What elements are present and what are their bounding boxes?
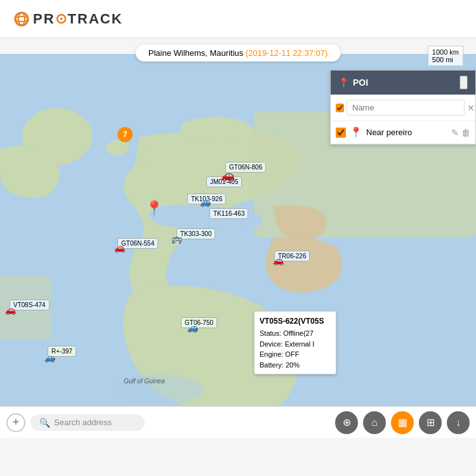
poi-search-checkbox[interactable] xyxy=(336,103,344,113)
svg-point-1 xyxy=(18,13,25,25)
vehicle-label[interactable]: GT06-750 xyxy=(181,317,217,328)
header: PR⊙TRACK xyxy=(0,0,476,38)
poi-clear-button[interactable]: ✕ xyxy=(467,103,475,113)
poi-item-actions: ✎ 🗑 xyxy=(451,128,470,138)
scale-mi: 500 mi xyxy=(432,56,459,63)
svg-point-2 xyxy=(15,17,28,22)
tooltip-title: VT05S-622(VT05S xyxy=(260,315,331,327)
logo-text: PR⊙TRACK xyxy=(33,11,123,27)
location-date: (2019-12-11 22:37:07) xyxy=(246,48,327,58)
location-icon-button[interactable]: ⊕ xyxy=(335,411,358,434)
tooltip-engine: Engine: OFF xyxy=(260,349,331,360)
logo-icon xyxy=(13,10,30,28)
scale-km: 1000 km xyxy=(432,48,459,56)
home-icon-button[interactable]: ⌂ xyxy=(363,411,386,434)
tooltip-battery: Battery: 20% xyxy=(260,360,331,371)
poi-collapse-button[interactable]: − xyxy=(459,76,468,89)
vehicle-icon: 🚙 xyxy=(44,352,55,362)
poi-item-label: Near pereiro xyxy=(366,128,447,137)
tooltip-status: Status: Offline(27 xyxy=(260,328,331,339)
cluster-badge[interactable]: 7 xyxy=(117,127,133,142)
poi-title: POI xyxy=(353,77,368,88)
download-icon-button[interactable]: ↓ xyxy=(447,411,470,434)
gulf-label: Gulf of Guinea xyxy=(124,378,164,385)
bottom-toolbar: + 🔍 Search address ⊕ ⌂ ▦ ⊞ ↓ xyxy=(0,406,476,438)
poi-location-icon: 📍 xyxy=(338,77,349,88)
map-pin[interactable]: 📍 xyxy=(145,200,164,218)
poi-edit-button[interactable]: ✎ xyxy=(451,128,459,138)
location-bar: Plaine Wilhems, Mauritius (2019-12-11 22… xyxy=(136,44,341,62)
poi-header: 📍 POI − xyxy=(331,70,475,95)
logo: PR⊙TRACK xyxy=(13,10,123,28)
poi-item[interactable]: 📍 Near pereiro ✎ 🗑 xyxy=(331,121,475,144)
vehicle-icon: 🚗 xyxy=(114,242,125,253)
poi-search-row: ✕ + xyxy=(331,95,475,121)
vehicle-label[interactable]: TK303-300 xyxy=(176,228,215,239)
search-icon: 🔍 xyxy=(39,418,50,428)
map-container[interactable]: Plaine Wilhems, Mauritius (2019-12-11 22… xyxy=(0,38,476,438)
vehicle-tooltip[interactable]: VT05S-622(VT05S Status: Offline(27 Devic… xyxy=(254,311,336,374)
vehicle-label[interactable]: TK116-463 xyxy=(209,208,248,219)
tooltip-device: Device: External I xyxy=(260,339,331,350)
vehicle-icon: 🚙 xyxy=(187,322,198,333)
poi-delete-button[interactable]: 🗑 xyxy=(461,128,470,138)
chart-icon-button[interactable]: ▦ xyxy=(391,411,414,434)
poi-item-icon: 📍 xyxy=(350,126,362,138)
vehicle-icon: 🚌 xyxy=(171,234,182,244)
search-text: Search address xyxy=(54,418,112,427)
vehicle-icon: 🚗 xyxy=(273,255,284,265)
grid-icon-button[interactable]: ⊞ xyxy=(419,411,442,434)
poi-item-checkbox[interactable] xyxy=(336,128,346,138)
vehicle-icon: 🚗 xyxy=(5,305,16,315)
location-text: Plaine Wilhems, Mauritius xyxy=(149,48,244,58)
scale-bar: 1000 km 500 mi xyxy=(428,46,463,66)
vehicle-icon: 🚗 xyxy=(221,168,235,182)
poi-panel: 📍 POI − ✕ + 📍 Near pereiro ✎ 🗑 xyxy=(330,70,476,145)
add-button[interactable]: + xyxy=(6,413,25,432)
svg-point-0 xyxy=(15,13,28,25)
poi-search-input[interactable] xyxy=(347,100,465,116)
search-bar[interactable]: 🔍 Search address xyxy=(30,414,145,431)
vehicle-icon: 🚙 xyxy=(200,197,211,207)
svg-point-5 xyxy=(106,140,129,155)
